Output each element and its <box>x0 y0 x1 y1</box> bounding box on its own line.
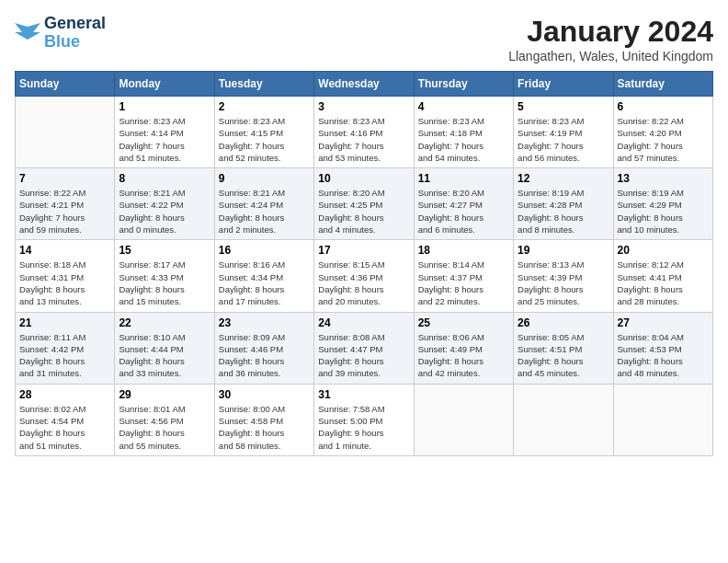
calendar-body: 1Sunrise: 8:23 AMSunset: 4:14 PMDaylight… <box>16 97 713 456</box>
day-number: 28 <box>19 388 110 401</box>
dow-header-thursday: Thursday <box>414 72 513 97</box>
day-number: 1 <box>119 100 210 113</box>
day-info: Sunrise: 7:58 AMSunset: 5:00 PMDaylight:… <box>318 403 409 452</box>
day-info: Sunrise: 8:23 AMSunset: 4:19 PMDaylight:… <box>518 115 609 164</box>
calendar-cell: 26Sunrise: 8:05 AMSunset: 4:51 PMDayligh… <box>514 312 613 384</box>
day-number: 15 <box>119 244 210 257</box>
week-row-5: 28Sunrise: 8:02 AMSunset: 4:54 PMDayligh… <box>16 384 713 455</box>
svg-marker-0 <box>15 23 40 40</box>
calendar-cell: 25Sunrise: 8:06 AMSunset: 4:49 PMDayligh… <box>414 312 513 384</box>
calendar-cell: 5Sunrise: 8:23 AMSunset: 4:19 PMDaylight… <box>514 97 613 168</box>
day-number: 21 <box>19 316 110 329</box>
day-info: Sunrise: 8:13 AMSunset: 4:39 PMDaylight:… <box>518 259 609 307</box>
dow-header-tuesday: Tuesday <box>214 72 313 97</box>
week-row-2: 7Sunrise: 8:22 AMSunset: 4:21 PMDaylight… <box>16 168 713 240</box>
calendar-cell: 19Sunrise: 8:13 AMSunset: 4:39 PMDayligh… <box>514 240 613 312</box>
dow-header-monday: Monday <box>115 72 214 97</box>
day-info: Sunrise: 8:00 AMSunset: 4:58 PMDaylight:… <box>219 403 310 452</box>
day-number: 3 <box>318 100 409 113</box>
day-number: 30 <box>219 388 310 401</box>
calendar-cell: 10Sunrise: 8:20 AMSunset: 4:25 PMDayligh… <box>314 168 414 240</box>
day-info: Sunrise: 8:18 AMSunset: 4:31 PMDaylight:… <box>19 259 110 307</box>
day-number: 25 <box>418 316 509 329</box>
day-info: Sunrise: 8:10 AMSunset: 4:44 PMDaylight:… <box>119 331 210 380</box>
calendar-cell: 17Sunrise: 8:15 AMSunset: 4:36 PMDayligh… <box>314 240 414 312</box>
calendar-cell: 29Sunrise: 8:01 AMSunset: 4:56 PMDayligh… <box>115 384 214 455</box>
week-row-4: 21Sunrise: 8:11 AMSunset: 4:42 PMDayligh… <box>16 312 713 384</box>
calendar-cell: 2Sunrise: 8:23 AMSunset: 4:15 PMDaylight… <box>214 97 313 168</box>
calendar-cell: 20Sunrise: 8:12 AMSunset: 4:41 PMDayligh… <box>613 240 712 312</box>
dow-header-wednesday: Wednesday <box>314 72 414 97</box>
logo-icon <box>15 23 40 43</box>
calendar-cell: 13Sunrise: 8:19 AMSunset: 4:29 PMDayligh… <box>613 168 712 240</box>
day-number: 14 <box>19 244 110 257</box>
calendar-cell <box>414 384 513 455</box>
day-number: 18 <box>418 244 509 257</box>
calendar-cell <box>613 384 712 455</box>
location: Llangathen, Wales, United Kingdom <box>508 49 713 63</box>
day-info: Sunrise: 8:11 AMSunset: 4:42 PMDaylight:… <box>19 331 110 380</box>
day-number: 22 <box>119 316 210 329</box>
day-number: 7 <box>19 172 110 185</box>
day-number: 23 <box>219 316 310 329</box>
logo-text: General Blue <box>44 15 106 52</box>
day-number: 13 <box>618 172 709 185</box>
day-number: 24 <box>318 316 409 329</box>
day-number: 26 <box>518 316 609 329</box>
day-number: 8 <box>119 172 210 185</box>
calendar-cell: 28Sunrise: 8:02 AMSunset: 4:54 PMDayligh… <box>16 384 115 455</box>
day-info: Sunrise: 8:22 AMSunset: 4:20 PMDaylight:… <box>618 115 709 164</box>
calendar-cell: 3Sunrise: 8:23 AMSunset: 4:16 PMDaylight… <box>314 97 414 168</box>
day-info: Sunrise: 8:08 AMSunset: 4:47 PMDaylight:… <box>318 331 409 380</box>
day-info: Sunrise: 8:23 AMSunset: 4:15 PMDaylight:… <box>219 115 310 164</box>
calendar-table: SundayMondayTuesdayWednesdayThursdayFrid… <box>15 71 713 456</box>
day-info: Sunrise: 8:19 AMSunset: 4:29 PMDaylight:… <box>618 187 709 236</box>
day-info: Sunrise: 8:19 AMSunset: 4:28 PMDaylight:… <box>518 187 609 236</box>
day-number: 2 <box>219 100 310 113</box>
calendar-cell: 22Sunrise: 8:10 AMSunset: 4:44 PMDayligh… <box>115 312 214 384</box>
day-info: Sunrise: 8:14 AMSunset: 4:37 PMDaylight:… <box>418 259 509 307</box>
day-info: Sunrise: 8:22 AMSunset: 4:21 PMDaylight:… <box>19 187 110 236</box>
day-number: 12 <box>518 172 609 185</box>
day-number: 31 <box>318 388 409 401</box>
dow-header-saturday: Saturday <box>613 72 712 97</box>
day-number: 9 <box>219 172 310 185</box>
calendar-cell: 7Sunrise: 8:22 AMSunset: 4:21 PMDaylight… <box>16 168 115 240</box>
calendar-cell: 12Sunrise: 8:19 AMSunset: 4:28 PMDayligh… <box>514 168 613 240</box>
page-header: General Blue January 2024 Llangathen, Wa… <box>15 15 713 63</box>
calendar-cell: 9Sunrise: 8:21 AMSunset: 4:24 PMDaylight… <box>214 168 313 240</box>
day-info: Sunrise: 8:23 AMSunset: 4:16 PMDaylight:… <box>318 115 409 164</box>
calendar-cell: 21Sunrise: 8:11 AMSunset: 4:42 PMDayligh… <box>16 312 115 384</box>
day-info: Sunrise: 8:06 AMSunset: 4:49 PMDaylight:… <box>418 331 509 380</box>
day-info: Sunrise: 8:23 AMSunset: 4:18 PMDaylight:… <box>418 115 509 164</box>
dow-header-sunday: Sunday <box>16 72 115 97</box>
day-info: Sunrise: 8:15 AMSunset: 4:36 PMDaylight:… <box>318 259 409 307</box>
day-info: Sunrise: 8:20 AMSunset: 4:25 PMDaylight:… <box>318 187 409 236</box>
calendar-cell <box>16 97 115 168</box>
calendar-cell: 11Sunrise: 8:20 AMSunset: 4:27 PMDayligh… <box>414 168 513 240</box>
logo-line2: Blue <box>44 32 80 51</box>
calendar-cell: 15Sunrise: 8:17 AMSunset: 4:33 PMDayligh… <box>115 240 214 312</box>
calendar-cell: 6Sunrise: 8:22 AMSunset: 4:20 PMDaylight… <box>613 97 712 168</box>
day-info: Sunrise: 8:05 AMSunset: 4:51 PMDaylight:… <box>518 331 609 380</box>
logo: General Blue <box>15 15 106 52</box>
calendar-cell: 14Sunrise: 8:18 AMSunset: 4:31 PMDayligh… <box>16 240 115 312</box>
day-number: 4 <box>418 100 509 113</box>
day-number: 16 <box>219 244 310 257</box>
calendar-cell: 31Sunrise: 7:58 AMSunset: 5:00 PMDayligh… <box>314 384 414 455</box>
day-info: Sunrise: 8:12 AMSunset: 4:41 PMDaylight:… <box>618 259 709 307</box>
day-number: 6 <box>618 100 709 113</box>
dow-header-friday: Friday <box>514 72 613 97</box>
calendar-cell: 24Sunrise: 8:08 AMSunset: 4:47 PMDayligh… <box>314 312 414 384</box>
calendar-cell: 8Sunrise: 8:21 AMSunset: 4:22 PMDaylight… <box>115 168 214 240</box>
days-of-week-row: SundayMondayTuesdayWednesdayThursdayFrid… <box>16 72 713 97</box>
day-info: Sunrise: 8:09 AMSunset: 4:46 PMDaylight:… <box>219 331 310 380</box>
calendar-cell: 1Sunrise: 8:23 AMSunset: 4:14 PMDaylight… <box>115 97 214 168</box>
day-number: 27 <box>618 316 709 329</box>
month-title: January 2024 <box>508 15 713 49</box>
day-info: Sunrise: 8:23 AMSunset: 4:14 PMDaylight:… <box>119 115 210 164</box>
day-info: Sunrise: 8:17 AMSunset: 4:33 PMDaylight:… <box>119 259 210 307</box>
day-number: 20 <box>618 244 709 257</box>
day-info: Sunrise: 8:01 AMSunset: 4:56 PMDaylight:… <box>119 403 210 452</box>
day-number: 29 <box>119 388 210 401</box>
